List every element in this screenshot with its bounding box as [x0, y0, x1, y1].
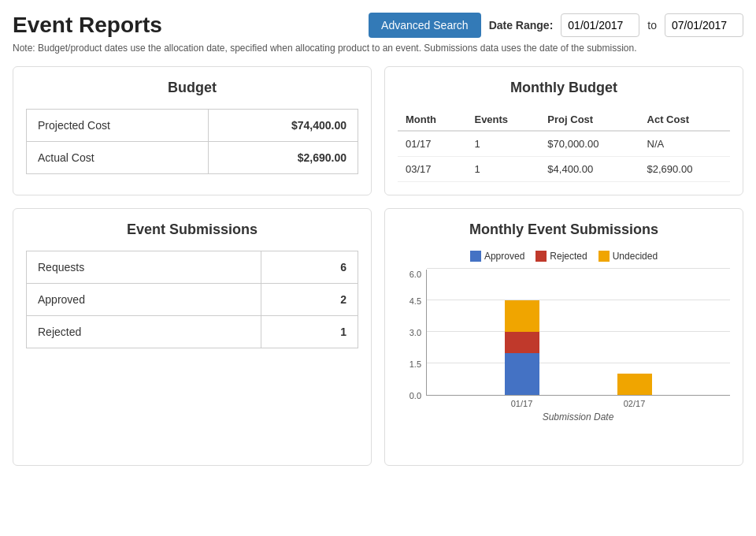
- y-axis: 6.0 4.5 3.0 1.5 0.0: [398, 270, 424, 396]
- grid-line-6: [427, 268, 730, 269]
- chart-legend: Approved Rejected Undecided: [398, 251, 730, 262]
- mb-act-2: $2,690.00: [639, 157, 730, 182]
- legend-rejected-label: Rejected: [550, 251, 587, 262]
- bar-segment-approved-0117: [505, 353, 539, 395]
- chart-grid: [426, 270, 730, 396]
- date-range-label: Date Range:: [489, 19, 554, 32]
- submissions-table: Requests 6 Approved 2 Rejected 1: [26, 251, 358, 348]
- y-label-0: 0.0: [410, 391, 421, 400]
- date-to-input[interactable]: [665, 13, 743, 37]
- chart-wrapper: 6.0 4.5 3.0 1.5 0.0: [398, 270, 730, 452]
- table-row: Requests 6: [27, 251, 358, 284]
- mb-proj-1: $70,000.00: [539, 131, 639, 157]
- sub-approved-label: Approved: [27, 284, 261, 316]
- col-act-cost: Act Cost: [639, 109, 730, 131]
- table-row: 03/17 1 $4,400.00 $2,690.00: [398, 157, 730, 182]
- budget-table: Projected Cost $74,400.00 Actual Cost $2…: [26, 109, 358, 174]
- table-row: Rejected 1: [27, 316, 358, 348]
- budget-projected-value: $74,400.00: [209, 110, 358, 142]
- undecided-color: [598, 251, 610, 262]
- table-row: Projected Cost $74,400.00: [27, 110, 358, 142]
- monthly-budget-title: Monthly Budget: [398, 80, 730, 96]
- monthly-submissions-title: Monthly Event Submissions: [398, 221, 730, 238]
- mb-proj-2: $4,400.00: [539, 157, 639, 182]
- monthly-submissions-panel: Monthly Event Submissions Approved Rejec…: [384, 208, 743, 466]
- y-label-3: 3.0: [410, 328, 421, 337]
- mb-act-1: N/A: [639, 131, 730, 157]
- mb-month-1: 01/17: [398, 131, 466, 157]
- bottom-panels-row: Event Submissions Requests 6 Approved 2 …: [13, 208, 743, 466]
- y-label-15: 1.5: [410, 359, 421, 369]
- x-axis-title: Submission Date: [426, 411, 730, 422]
- date-from-input[interactable]: [561, 13, 639, 37]
- rejected-color: [536, 251, 547, 262]
- legend-approved-label: Approved: [484, 251, 524, 262]
- y-label-6: 6.0: [410, 270, 421, 279]
- bar-segment-rejected-0117: [505, 332, 539, 353]
- page-header: Event Reports Advanced Search Date Range…: [13, 13, 743, 38]
- budget-projected-label: Projected Cost: [27, 110, 209, 142]
- sub-requests-value: 6: [261, 251, 358, 284]
- bar-segment-undecided-0217: [617, 374, 652, 395]
- top-panels-row: Budget Projected Cost $74,400.00 Actual …: [13, 66, 743, 195]
- advanced-search-button[interactable]: Advanced Search: [369, 13, 481, 38]
- mb-events-2: 1: [466, 157, 539, 182]
- sub-rejected-value: 1: [261, 316, 358, 348]
- header-controls: Advanced Search Date Range: to: [369, 13, 743, 38]
- legend-rejected: Rejected: [536, 251, 587, 262]
- bars-container: [427, 300, 730, 395]
- x-label-0117: 01/17: [511, 399, 533, 408]
- x-label-0217: 02/17: [624, 399, 646, 408]
- table-row: Approved 2: [27, 284, 358, 316]
- y-label-45: 4.5: [410, 296, 421, 306]
- col-events: Events: [466, 109, 539, 131]
- submissions-panel-title: Event Submissions: [26, 221, 358, 238]
- budget-panel: Budget Projected Cost $74,400.00 Actual …: [13, 66, 372, 195]
- sub-approved-value: 2: [261, 284, 358, 316]
- col-proj-cost: Proj Cost: [539, 109, 639, 131]
- bar-group-0217: [617, 374, 652, 395]
- monthly-budget-table: Month Events Proj Cost Act Cost 01/17 1 …: [398, 109, 730, 182]
- monthly-budget-panel: Monthly Budget Month Events Proj Cost Ac…: [384, 66, 743, 195]
- mb-events-1: 1: [466, 131, 539, 157]
- table-row: 01/17 1 $70,000.00 N/A: [398, 131, 730, 157]
- legend-undecided: Undecided: [598, 251, 658, 262]
- approved-color: [470, 251, 481, 262]
- bar-group-0117: [505, 300, 539, 395]
- note-text: Note: Budget/product dates use the alloc…: [13, 43, 743, 54]
- table-header-row: Month Events Proj Cost Act Cost: [398, 109, 730, 131]
- sub-rejected-label: Rejected: [27, 316, 261, 348]
- x-axis-labels: 01/17 02/17: [426, 399, 730, 408]
- page-title: Event Reports: [13, 13, 369, 38]
- table-row: Actual Cost $2,690.00: [27, 142, 358, 174]
- legend-undecided-label: Undecided: [613, 251, 658, 262]
- col-month: Month: [398, 109, 466, 131]
- legend-approved: Approved: [470, 251, 524, 262]
- budget-panel-title: Budget: [26, 80, 358, 96]
- mb-month-2: 03/17: [398, 157, 466, 182]
- sub-requests-label: Requests: [27, 251, 261, 284]
- date-separator: to: [647, 19, 657, 32]
- bar-segment-undecided-0117: [505, 300, 539, 332]
- budget-actual-value: $2,690.00: [209, 142, 358, 174]
- budget-actual-label: Actual Cost: [27, 142, 209, 174]
- submissions-panel: Event Submissions Requests 6 Approved 2 …: [13, 208, 372, 466]
